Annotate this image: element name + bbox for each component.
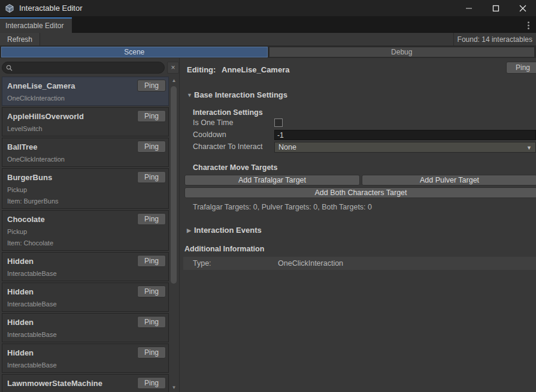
list-item[interactable]: BurgerBunsPickupItem: BurgerBunsPing	[2, 168, 169, 209]
window-controls	[455, 0, 536, 16]
events-foldout-label: Interaction Events	[194, 226, 262, 235]
ping-button[interactable]: Ping	[137, 377, 166, 389]
toolbar: Refresh Found: 14 interactables	[0, 33, 536, 46]
inspector-panel: Editing: AnneLise_Camera Ping ▼ Base Int…	[180, 58, 536, 392]
list-item[interactable]: LawnmowerStateMachineOneClickInteraction…	[2, 374, 169, 392]
type-label: Type:	[193, 259, 211, 268]
inspector-ping-button[interactable]: Ping	[506, 62, 536, 74]
found-count-label: Found: 14 interactables	[454, 35, 536, 44]
maximize-button[interactable]	[482, 0, 509, 16]
cooldown-label: Cooldown	[193, 130, 226, 139]
interactable-list: AnneLise_CameraOneClickInteractionPingAp…	[0, 77, 169, 392]
interactable-editor-window: Interactable Editor Interactable Editor …	[0, 0, 536, 392]
character-to-interact-dropdown[interactable]: None ▼	[274, 142, 536, 153]
is-one-time-checkbox[interactable]	[274, 118, 283, 127]
list-item-detail: OneClickInteraction	[7, 95, 163, 102]
list-item-detail: Pickup	[7, 186, 163, 193]
editing-target-name: AnneLise_Camera	[222, 65, 289, 74]
list-item[interactable]: AppleHillsOverworldLevelSwitchPing	[2, 107, 169, 136]
add-both-label: Add Both Characters Target	[314, 189, 407, 197]
additional-information-header: Additional Information	[180, 245, 536, 253]
main-content: × AnneLise_CameraOneClickInteractionPing…	[0, 58, 536, 392]
editing-label: Editing:	[187, 65, 216, 74]
tab-scene-label: Scene	[124, 48, 144, 56]
list-item-detail: InteractableBase	[7, 361, 163, 369]
interaction-settings-header: Interaction Settings	[180, 108, 536, 117]
ping-button[interactable]: Ping	[137, 255, 166, 267]
scroll-up-icon[interactable]: ▲	[169, 78, 179, 84]
list-scrollbar[interactable]: ▲ ▼	[169, 77, 179, 392]
character-move-targets-header: Character Move Targets	[180, 163, 536, 172]
ping-button[interactable]: Ping	[137, 141, 166, 153]
search-clear-button[interactable]: ×	[167, 62, 179, 74]
list-item-detail: OneClickInteraction	[7, 156, 163, 163]
add-trafalgar-target-button[interactable]: Add Trafalgar Target	[184, 175, 360, 186]
ping-button[interactable]: Ping	[137, 285, 166, 297]
ping-button[interactable]: Ping	[137, 316, 166, 328]
list-item[interactable]: HiddenInteractableBasePing	[2, 313, 169, 342]
list-item[interactable]: BallTreeOneClickInteractionPing	[2, 138, 169, 167]
ping-button[interactable]: Ping	[137, 110, 166, 122]
inspector-ping-label: Ping	[516, 63, 530, 72]
tab-menu-icon[interactable]	[524, 20, 532, 30]
ping-button[interactable]: Ping	[137, 171, 166, 183]
interaction-events-foldout[interactable]: ▶ Interaction Events	[180, 226, 536, 235]
scroll-down-icon[interactable]: ▼	[169, 385, 179, 391]
list-item[interactable]: HiddenInteractableBasePing	[2, 344, 169, 373]
search-row: ×	[0, 58, 179, 77]
refresh-button[interactable]: Refresh	[0, 33, 40, 45]
refresh-button-label: Refresh	[7, 35, 32, 44]
base-foldout-label: Base Interaction Settings	[194, 90, 287, 99]
type-value: OneClickInteraction	[278, 259, 343, 268]
ping-button[interactable]: Ping	[137, 213, 166, 225]
type-row: Type: OneClickInteraction	[183, 257, 536, 270]
tab-debug-label: Debug	[391, 48, 412, 56]
scene-list-panel: × AnneLise_CameraOneClickInteractionPing…	[0, 58, 180, 392]
move-target-buttons: Add Trafalgar Target Add Pulver Target	[184, 175, 536, 186]
list-item[interactable]: AnneLise_CameraOneClickInteractionPing	[2, 77, 169, 106]
character-to-interact-row: Character To Interact None ▼	[180, 141, 536, 153]
foldout-closed-icon: ▶	[187, 227, 194, 233]
close-button[interactable]	[509, 0, 536, 16]
list-item-detail: InteractableBase	[7, 300, 163, 308]
list-item[interactable]: ChocolatePickupItem: ChocolatePing	[2, 210, 169, 251]
minimize-button[interactable]	[455, 0, 482, 16]
editor-tab-bar: Interactable Editor	[0, 16, 536, 33]
list-item-detail: InteractableBase	[7, 270, 163, 277]
foldout-open-icon: ▼	[187, 92, 194, 98]
list-item-detail: Pickup	[7, 228, 163, 235]
is-one-time-row: Is One Time	[180, 117, 536, 129]
scrollbar-thumb[interactable]	[171, 86, 177, 284]
window-title: Interactable Editor	[19, 4, 83, 13]
search-box	[2, 62, 165, 74]
list-item[interactable]: HiddenInteractableBasePing	[2, 252, 169, 281]
cooldown-row: Cooldown -1	[180, 129, 536, 141]
search-icon	[6, 65, 13, 71]
targets-summary: Trafalgar Targets: 0, Pulver Targets: 0,…	[193, 203, 536, 211]
chevron-down-icon: ▼	[526, 145, 532, 151]
add-both-characters-target-button[interactable]: Add Both Characters Target	[184, 187, 536, 198]
editor-tab-label: Interactable Editor	[5, 22, 63, 30]
list-item-detail: Item: BurgerBuns	[7, 197, 163, 205]
list-item-detail: LevelSwitch	[7, 125, 163, 132]
is-one-time-label: Is One Time	[193, 118, 233, 127]
list-item-detail: InteractableBase	[7, 331, 163, 338]
unity-cube-icon	[5, 4, 14, 13]
dropdown-selected-value: None	[278, 143, 296, 151]
search-input[interactable]	[16, 62, 163, 73]
add-trafalgar-label: Add Trafalgar Target	[238, 176, 306, 184]
title-bar: Interactable Editor	[0, 0, 536, 16]
list-item-detail: Item: Chocolate	[7, 239, 163, 247]
cooldown-field[interactable]: -1	[274, 130, 536, 140]
view-tab-strip: Scene Debug	[0, 46, 536, 58]
add-pulver-target-button[interactable]: Add Pulver Target	[362, 175, 536, 186]
list-item[interactable]: HiddenInteractableBasePing	[2, 282, 169, 312]
base-interaction-settings-foldout[interactable]: ▼ Base Interaction Settings	[180, 90, 536, 99]
tab-scene[interactable]: Scene	[1, 47, 268, 57]
ping-button[interactable]: Ping	[137, 347, 166, 358]
tab-interactable-editor[interactable]: Interactable Editor	[0, 17, 72, 33]
character-to-interact-label: Character To Interact	[193, 142, 263, 151]
ping-button[interactable]: Ping	[137, 80, 166, 92]
tab-debug[interactable]: Debug	[269, 47, 535, 57]
editing-header: Editing: AnneLise_Camera Ping	[180, 63, 536, 78]
